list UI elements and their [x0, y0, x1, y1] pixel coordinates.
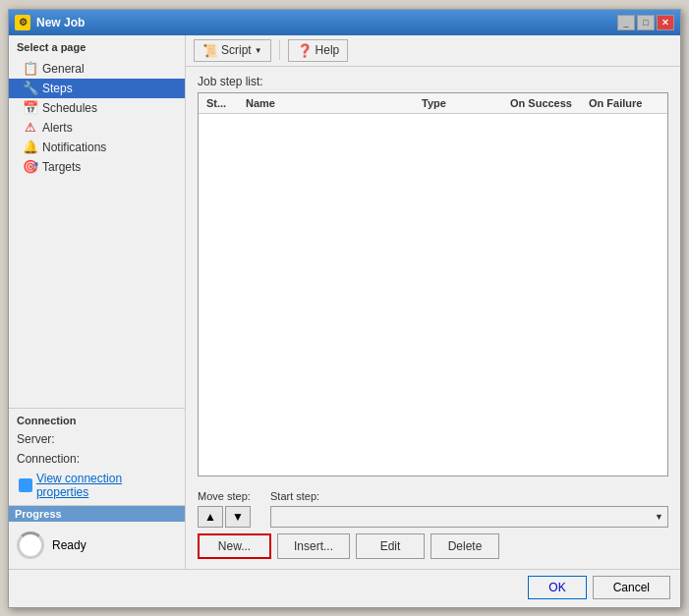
move-down-button[interactable]: ▼ — [225, 506, 251, 528]
schedules-icon: 📅 — [23, 100, 38, 116]
insert-button[interactable]: Insert... — [277, 533, 350, 559]
progress-section: Progress Ready — [9, 505, 185, 569]
sidebar-item-schedules-label: Schedules — [42, 101, 97, 115]
connection-section: Connection Server: Connection: View conn… — [9, 408, 185, 505]
sidebar-item-notifications[interactable]: 🔔 Notifications — [9, 138, 185, 157]
server-label: Server: — [17, 432, 55, 446]
view-connection-link[interactable]: View connection properties — [17, 472, 177, 499]
bottom-area: Move step: ▲ ▼ Start step: — [186, 484, 680, 569]
toolbar-separator — [279, 40, 280, 60]
arrow-buttons: ▲ ▼ — [198, 506, 251, 528]
dropdown-arrow-icon: ▼ — [655, 512, 663, 522]
col-header-name: Name — [242, 95, 418, 111]
general-icon: 📋 — [23, 61, 38, 77]
title-controls: _ □ ✕ — [617, 15, 674, 30]
start-step-label: Start step: — [270, 490, 668, 502]
progress-spinner — [17, 532, 44, 559]
window-title: New Job — [36, 16, 85, 29]
sidebar: Select a page 📋 General 🔧 Steps 📅 Schedu… — [9, 35, 186, 569]
progress-title: Progress — [9, 506, 185, 522]
table-body — [199, 114, 667, 389]
sidebar-section-label: Select a page — [9, 35, 185, 57]
targets-icon: 🎯 — [23, 159, 38, 175]
dialog-footer: OK Cancel — [9, 569, 680, 607]
minimize-button[interactable]: _ — [617, 15, 635, 30]
progress-ready: Ready — [17, 528, 177, 563]
job-step-table[interactable]: St... Name Type On Success On Failure — [198, 92, 668, 476]
down-arrow-icon: ▼ — [232, 510, 244, 524]
sidebar-item-alerts[interactable]: ⚠ Alerts — [9, 118, 185, 138]
link-icon — [19, 478, 32, 492]
job-step-list-label: Job step list: — [198, 75, 668, 88]
col-header-success: On Success — [506, 95, 585, 111]
server-row: Server: — [17, 432, 177, 446]
sidebar-item-general[interactable]: 📋 General — [9, 59, 185, 79]
content-area: Job step list: St... Name Type On Succes… — [186, 67, 680, 484]
maximize-button[interactable]: □ — [637, 15, 655, 30]
cancel-button[interactable]: Cancel — [593, 576, 670, 599]
window-body: Select a page 📋 General 🔧 Steps 📅 Schedu… — [9, 35, 680, 569]
sidebar-item-steps-label: Steps — [42, 82, 73, 95]
sidebar-item-targets[interactable]: 🎯 Targets — [9, 157, 185, 177]
help-icon: ❓ — [297, 43, 313, 58]
step-controls: Move step: ▲ ▼ Start step: — [198, 490, 668, 528]
up-arrow-icon: ▲ — [204, 510, 216, 524]
notifications-icon: 🔔 — [23, 140, 38, 155]
window-icon: ⚙ — [15, 15, 30, 30]
move-up-button[interactable]: ▲ — [198, 506, 223, 528]
connection-row: Connection: — [17, 452, 177, 466]
sidebar-item-targets-label: Targets — [42, 160, 81, 174]
col-header-type: Type — [418, 95, 506, 111]
script-label: Script — [221, 43, 252, 57]
move-step-label: Move step: — [198, 490, 251, 502]
action-buttons: New... Insert... Edit Delete — [198, 533, 668, 559]
title-bar-left: ⚙ New Job — [15, 15, 85, 30]
delete-button[interactable]: Delete — [431, 533, 499, 559]
sidebar-item-general-label: General — [42, 62, 85, 76]
ok-button[interactable]: OK — [528, 576, 586, 599]
sidebar-item-schedules[interactable]: 📅 Schedules — [9, 98, 185, 118]
new-button[interactable]: New... — [198, 533, 271, 559]
main-content: 📜 Script ▼ ❓ Help Job step list: St... N… — [186, 35, 680, 569]
view-connection-text: View connection properties — [36, 472, 177, 499]
table-header: St... Name Type On Success On Failure — [199, 93, 667, 114]
col-header-step: St... — [202, 95, 242, 111]
script-dropdown-arrow: ▼ — [255, 46, 262, 55]
start-step-group: Start step: ▼ — [270, 490, 668, 528]
sidebar-items: 📋 General 🔧 Steps 📅 Schedules ⚠ Alerts — [9, 57, 185, 408]
progress-status: Ready — [52, 538, 86, 552]
title-bar: ⚙ New Job _ □ ✕ — [9, 10, 680, 35]
script-button[interactable]: 📜 Script ▼ — [194, 39, 271, 62]
main-window: ⚙ New Job _ □ ✕ Select a page 📋 General … — [8, 9, 681, 608]
sidebar-item-alerts-label: Alerts — [42, 121, 73, 135]
edit-button[interactable]: Edit — [356, 533, 425, 559]
help-label: Help — [316, 43, 340, 57]
connection-title: Connection — [17, 415, 177, 426]
toolbar: 📜 Script ▼ ❓ Help — [186, 35, 680, 67]
script-icon: 📜 — [202, 43, 218, 58]
start-step-dropdown[interactable]: ▼ — [270, 506, 668, 528]
sidebar-item-steps[interactable]: 🔧 Steps — [9, 79, 185, 98]
col-header-failure: On Failure — [585, 95, 663, 111]
connection-label: Connection: — [17, 452, 80, 466]
steps-icon: 🔧 — [23, 81, 38, 96]
move-step-group: Move step: ▲ ▼ — [198, 490, 251, 528]
sidebar-item-notifications-label: Notifications — [42, 140, 106, 154]
alerts-icon: ⚠ — [23, 120, 38, 136]
help-button[interactable]: ❓ Help — [288, 39, 349, 62]
close-button[interactable]: ✕ — [657, 15, 674, 30]
